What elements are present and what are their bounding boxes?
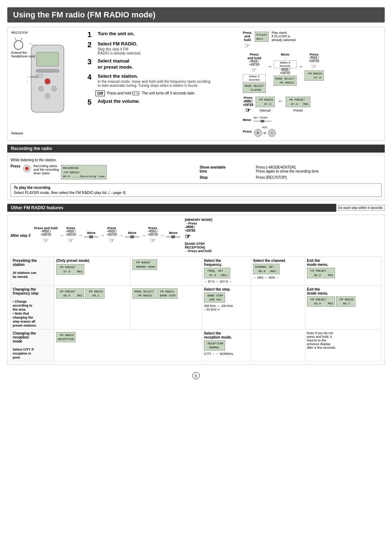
- recording-row: Press Recording startsand the recordingt…: [11, 164, 381, 181]
- presetting-exit: Exit themode menu. FM PRESET 89.9 M02: [305, 257, 381, 285]
- flow-arrow-4: →: [141, 232, 146, 238]
- press-hold-label: Press and hold: [107, 91, 140, 96]
- flow-item-1: Press –MODE/•ENTER ☞: [66, 226, 76, 244]
- presetting-step3: Select thefrequency. FREQ. SET 87.9 –M01…: [202, 257, 251, 285]
- press-hold-label2: Pressand hold: [243, 53, 266, 60]
- reception-exit-note: Even if you do notpress and hold, itretu…: [305, 329, 381, 361]
- mode-enter-label1: –MODE/•ENTER: [243, 60, 266, 66]
- step-2-row: 2 Select FM RADIO. Skip this step if FMR…: [87, 41, 239, 55]
- reception-blank: [251, 329, 305, 361]
- press-label-s5: Press: [243, 130, 252, 133]
- device-area: REC/STOP ← HOLD ↓: [11, 31, 84, 137]
- step-5-title: Adjust the volume.: [98, 98, 140, 105]
- freq-step-blank: [251, 285, 305, 329]
- freq-step-label: Changing thefrequency step • Changeaccor…: [11, 285, 54, 329]
- flow-item-4: Move: [125, 231, 139, 240]
- vol-label: VOL + or −: [254, 126, 276, 137]
- step-5-number: 5: [87, 98, 95, 106]
- svg-text:← HOLD: ← HOLD: [26, 75, 38, 78]
- release-label: Release: [11, 132, 23, 135]
- svg-rect-24: [130, 235, 134, 238]
- flow-arrow-3: →: [118, 232, 123, 238]
- show-available-action: Press [–MODE/•ENTER]. Press again to sho…: [254, 164, 381, 174]
- flow-item-3: Press –MODE/•ENTER ☞: [106, 226, 117, 244]
- feature-row-freq-step: Changing thefrequency step • Changeaccor…: [11, 285, 381, 329]
- freq-step-mode-select: MODE SELECT FM RADIO FM RADIO BAND STEP: [131, 285, 202, 329]
- move-label-s4: Move: [243, 118, 251, 122]
- instr-step2-col2: Move ↕ Within 5seconds –MODE/•ENTER MODE…: [274, 53, 297, 86]
- flow-item-5: Press –MODE/•ENTER ☞: [147, 226, 158, 244]
- move-slider3: [125, 235, 139, 239]
- svg-line-2: [20, 38, 22, 41]
- rec-stop-svg: [23, 164, 31, 173]
- off-sub: The unit turns off 3 seconds later.: [142, 91, 195, 95]
- instr-step4: Move Up ↕ Down: [243, 116, 381, 124]
- other-header-row: Other FM RADIO features Do each step wit…: [7, 204, 385, 212]
- hand-icon1: ☞: [243, 66, 266, 73]
- cassette-icon: [132, 91, 139, 96]
- instructions-area: Pressandhold ☞ PleaseWait Play startsif …: [243, 31, 381, 137]
- presetting-step4: Select the channel. CHANNEL SET 89.9 –M0…: [251, 257, 305, 285]
- instr-step2-col1: Pressand hold –MODE/•ENTER ☞ Within 5sec…: [243, 53, 266, 94]
- presetting-label: Presetting thestation 20 stations canbe …: [11, 257, 54, 285]
- flow-arrow-5: →: [159, 232, 164, 238]
- step-4-sub: In the manual mode, move and hold until …: [98, 80, 211, 88]
- recording-left: Press Recording startsand the recordingt…: [11, 164, 194, 180]
- presetting-step2: FM RADIO MEMORY MODE: [131, 257, 202, 285]
- svg-line-1: [15, 38, 17, 41]
- svg-point-10: [52, 86, 57, 91]
- extend-label: Extend theheadphone cord.: [11, 51, 36, 58]
- instr-step2: Pressand hold –MODE/•ENTER ☞ Within 5sec…: [243, 53, 381, 94]
- memory-mode-box: [MEMORY MODE]→Press –MODE/•ENTER ☞ [BAND…: [185, 218, 212, 253]
- svg-point-9: [38, 86, 44, 91]
- other-section-header: Other FM RADIO features: [7, 204, 336, 212]
- recording-starts-text: Recording startsand the recordingtimer s…: [33, 164, 59, 175]
- move-label2: Move: [274, 53, 297, 56]
- features-table: Presetting thestation 20 stations canbe …: [11, 256, 381, 361]
- recording-right: Show availabletime Press [–MODE/•ENTER].…: [198, 164, 381, 181]
- steps-area: 1 Turn the unit on. 2 Select FM RADIO. S…: [87, 31, 239, 137]
- step-4-title: Select the station.: [98, 73, 211, 80]
- off-row: Off Press and hold The unit turns off 3 …: [95, 90, 239, 96]
- step-4-row: 4 Select the station. In the manual mode…: [87, 73, 239, 88]
- svg-rect-26: [171, 235, 175, 238]
- step-1-title: Turn the unit on.: [98, 31, 135, 37]
- reception-label: Changing thereceptionmode Select CITY if…: [11, 329, 54, 361]
- svg-point-20: [25, 167, 29, 170]
- press-label-s3: Press –MODE/•ENTER ☞: [243, 96, 253, 114]
- instr-step5: Press VOL + or −: [243, 126, 381, 137]
- page-number: 5: [192, 372, 200, 379]
- presetting-only-preset: (Only preset mode) FM PRESET 87.9 M01: [54, 257, 131, 285]
- stop-action: Press [REC/STOP].: [254, 174, 381, 181]
- flow-item-6: Move: [166, 231, 180, 240]
- main-title: Using the FM radio (FM RADIO mode): [7, 7, 385, 23]
- svg-point-16: [136, 93, 138, 94]
- flow-arrow-0: →: [59, 232, 64, 238]
- step-3-title: Select manualor preset mode.: [98, 58, 133, 70]
- to-play-title: To play the recording: [14, 186, 378, 190]
- freq-step-select: Select the step. BAND STEP 200 kHz 200 k…: [202, 285, 251, 329]
- do-each-label: Do each step within 5 seconds: [336, 205, 385, 211]
- svg-point-11: [45, 93, 50, 98]
- instr-step2-col3: Press –MODE/•ENTER ☞ FM RADIO 87.9: [305, 53, 324, 81]
- move-slider: [253, 119, 271, 123]
- move-slider4: [166, 235, 180, 239]
- flow-row: After step 3 Press and hold –MODE/•ENTER…: [11, 218, 381, 253]
- rec-icon-area: [23, 164, 31, 174]
- freq-step-lcds: FM PRESET 89.9 M02 FM RADIO 88.1: [54, 285, 131, 329]
- show-stop-table: Show availabletime Press [–MODE/•ENTER].…: [198, 164, 381, 181]
- flow-arrow-2: →: [100, 232, 105, 238]
- rec-stop-label: REC/STOP: [11, 31, 84, 35]
- flow-arrow-1: →: [77, 232, 82, 238]
- instr-step1: Pressandhold ☞ PleaseWait Play startsif …: [243, 31, 381, 50]
- device-svg: ← HOLD ↓: [11, 36, 69, 120]
- recording-lcd: RECORDING›FM RADIO‹00:0 .....Recording t…: [61, 164, 106, 180]
- recording-section-header: Recording the radio: [7, 145, 385, 153]
- press-rec-label: Press: [11, 164, 20, 168]
- step-4-number: 4: [87, 73, 95, 81]
- step-2-number: 2: [87, 41, 95, 48]
- press-label3: Press: [305, 53, 324, 56]
- move-slider2: [84, 235, 98, 239]
- feature-row-presetting: Presetting thestation 20 stations canbe …: [11, 257, 381, 285]
- show-available-label: Show availabletime: [198, 164, 254, 174]
